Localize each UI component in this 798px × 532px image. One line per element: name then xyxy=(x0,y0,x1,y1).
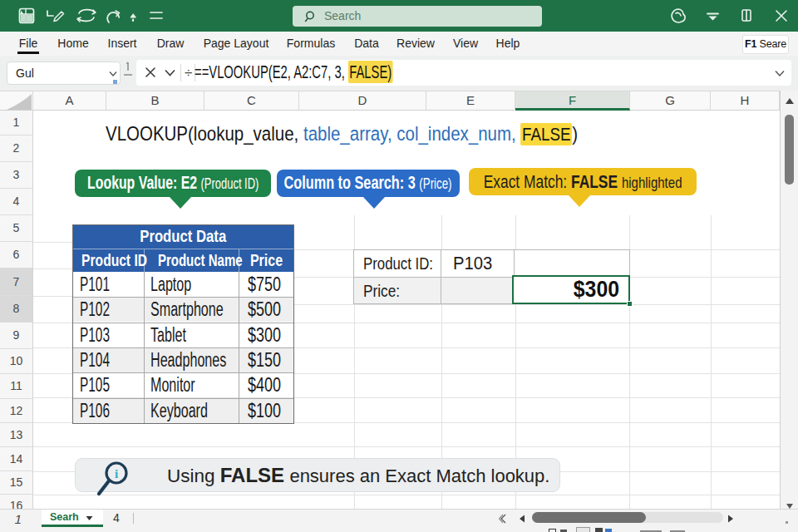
svg-text:i: i xyxy=(115,467,118,480)
